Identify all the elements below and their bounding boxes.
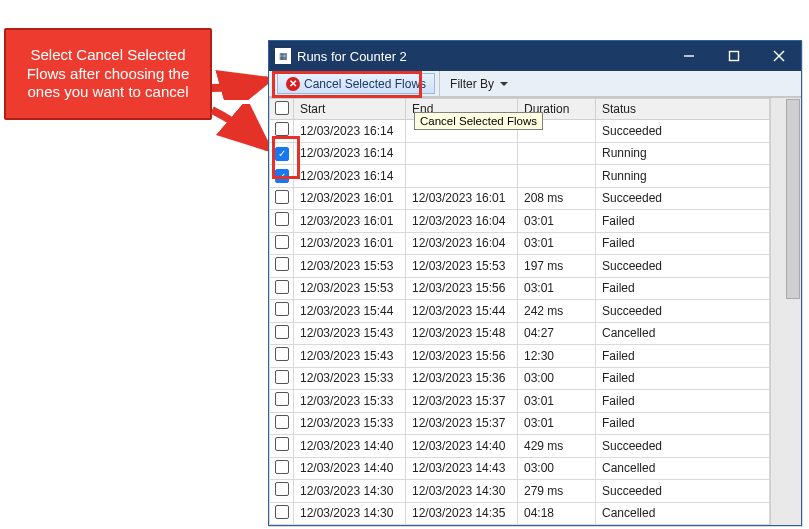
cell-duration: 12:30 (518, 345, 596, 368)
row-checkbox-cell[interactable] (270, 367, 294, 390)
cell-status: Failed (596, 232, 770, 255)
table-row[interactable]: 12/03/2023 15:4312/03/2023 15:4804:27Can… (270, 322, 770, 345)
row-checkbox[interactable] (275, 147, 289, 161)
row-checkbox-cell[interactable] (270, 345, 294, 368)
row-checkbox[interactable] (275, 392, 289, 406)
row-checkbox[interactable] (275, 212, 289, 226)
close-button[interactable] (756, 41, 801, 71)
table-row[interactable]: 12/03/2023 15:5312/03/2023 15:5603:01Fai… (270, 277, 770, 300)
header-checkbox-cell[interactable] (270, 99, 294, 120)
table-row[interactable]: 12/03/2023 14:4012/03/2023 14:40429 msSu… (270, 435, 770, 458)
cell-end: 12/03/2023 15:44 (406, 300, 518, 323)
cell-start: 12/03/2023 16:01 (294, 232, 406, 255)
header-checkbox[interactable] (275, 101, 289, 115)
cell-end: 12/03/2023 15:37 (406, 412, 518, 435)
cell-duration: 03:01 (518, 390, 596, 413)
cancel-selected-flows-button[interactable]: ✕ Cancel Selected Flows (277, 73, 435, 94)
header-start[interactable]: Start (294, 99, 406, 120)
cell-status: Running (596, 165, 770, 188)
cell-status: Running (596, 142, 770, 165)
table-row[interactable]: 12/03/2023 14:3012/03/2023 14:30279 msSu… (270, 480, 770, 503)
table-row[interactable]: 12/03/2023 15:3312/03/2023 15:3603:00Fai… (270, 367, 770, 390)
cell-start: 12/03/2023 14:30 (294, 480, 406, 503)
table-row[interactable]: 12/03/2023 16:14Running (270, 142, 770, 165)
row-checkbox-cell[interactable] (270, 210, 294, 233)
cell-status: Succeeded (596, 187, 770, 210)
row-checkbox-cell[interactable] (270, 165, 294, 188)
row-checkbox[interactable] (275, 415, 289, 429)
row-checkbox[interactable] (275, 235, 289, 249)
cell-status: Succeeded (596, 480, 770, 503)
row-checkbox-cell[interactable] (270, 120, 294, 143)
cell-end: 12/03/2023 16:04 (406, 232, 518, 255)
cell-start: 12/03/2023 15:33 (294, 367, 406, 390)
cell-duration: 279 ms (518, 480, 596, 503)
table-row[interactable]: 12/03/2023 16:14Running (270, 165, 770, 188)
title-bar[interactable]: ▦ Runs for Counter 2 (269, 41, 801, 71)
cell-status: Succeeded (596, 300, 770, 323)
table-row[interactable]: 12/03/2023 15:3312/03/2023 15:3703:01Fai… (270, 390, 770, 413)
cell-end: 12/03/2023 14:30 (406, 480, 518, 503)
table-row[interactable]: 12/03/2023 14:4012/03/2023 14:4303:00Can… (270, 457, 770, 480)
cell-status: Failed (596, 277, 770, 300)
row-checkbox[interactable] (275, 505, 289, 519)
vertical-scrollbar[interactable] (786, 99, 800, 299)
table-row[interactable]: 12/03/2023 14:3012/03/2023 14:3504:18Can… (270, 502, 770, 525)
row-checkbox-cell[interactable] (270, 412, 294, 435)
cell-end: 12/03/2023 15:36 (406, 367, 518, 390)
cell-duration: 04:18 (518, 502, 596, 525)
cell-duration: 03:01 (518, 232, 596, 255)
runs-table: Start End Duration Status 12/03/2023 16:… (269, 98, 770, 525)
cell-status: Cancelled (596, 502, 770, 525)
row-checkbox-cell[interactable] (270, 232, 294, 255)
table-row[interactable]: 12/03/2023 16:0112/03/2023 16:0403:01Fai… (270, 232, 770, 255)
cell-end: 12/03/2023 15:53 (406, 255, 518, 278)
maximize-button[interactable] (711, 41, 756, 71)
row-checkbox-cell[interactable] (270, 480, 294, 503)
cell-start: 12/03/2023 16:14 (294, 165, 406, 188)
cell-end (406, 165, 518, 188)
row-checkbox[interactable] (275, 437, 289, 451)
row-checkbox[interactable] (275, 302, 289, 316)
row-checkbox[interactable] (275, 325, 289, 339)
row-checkbox[interactable] (275, 190, 289, 204)
row-checkbox-cell[interactable] (270, 142, 294, 165)
table-row[interactable]: 12/03/2023 16:0112/03/2023 16:0403:01Fai… (270, 210, 770, 233)
cell-duration: 197 ms (518, 255, 596, 278)
filter-by-dropdown[interactable]: Filter By (439, 71, 514, 96)
row-checkbox[interactable] (275, 280, 289, 294)
cell-start: 12/03/2023 14:40 (294, 457, 406, 480)
row-checkbox-cell[interactable] (270, 322, 294, 345)
cell-end: 12/03/2023 15:37 (406, 390, 518, 413)
cell-duration: 242 ms (518, 300, 596, 323)
row-checkbox-cell[interactable] (270, 390, 294, 413)
cell-start: 12/03/2023 14:40 (294, 435, 406, 458)
cell-start: 12/03/2023 15:33 (294, 412, 406, 435)
row-checkbox[interactable] (275, 169, 289, 183)
table-row[interactable]: 12/03/2023 16:0112/03/2023 16:01208 msSu… (270, 187, 770, 210)
table-row[interactable]: 12/03/2023 15:3312/03/2023 15:3703:01Fai… (270, 412, 770, 435)
row-checkbox[interactable] (275, 370, 289, 384)
row-checkbox-cell[interactable] (270, 457, 294, 480)
row-checkbox-cell[interactable] (270, 435, 294, 458)
row-checkbox[interactable] (275, 122, 289, 136)
table-row[interactable]: 12/03/2023 15:5312/03/2023 15:53197 msSu… (270, 255, 770, 278)
minimize-button[interactable] (666, 41, 711, 71)
cell-duration: 03:01 (518, 277, 596, 300)
row-checkbox-cell[interactable] (270, 255, 294, 278)
row-checkbox[interactable] (275, 347, 289, 361)
row-checkbox-cell[interactable] (270, 277, 294, 300)
table-row[interactable]: 12/03/2023 15:4412/03/2023 15:44242 msSu… (270, 300, 770, 323)
cell-end (406, 142, 518, 165)
cell-end: 12/03/2023 14:43 (406, 457, 518, 480)
row-checkbox[interactable] (275, 482, 289, 496)
row-checkbox[interactable] (275, 460, 289, 474)
table-row[interactable]: 12/03/2023 15:4312/03/2023 15:5612:30Fai… (270, 345, 770, 368)
app-icon: ▦ (275, 48, 291, 64)
header-status[interactable]: Status (596, 99, 770, 120)
row-checkbox-cell[interactable] (270, 502, 294, 525)
row-checkbox[interactable] (275, 257, 289, 271)
row-checkbox-cell[interactable] (270, 187, 294, 210)
row-checkbox-cell[interactable] (270, 300, 294, 323)
cell-start: 12/03/2023 14:30 (294, 502, 406, 525)
